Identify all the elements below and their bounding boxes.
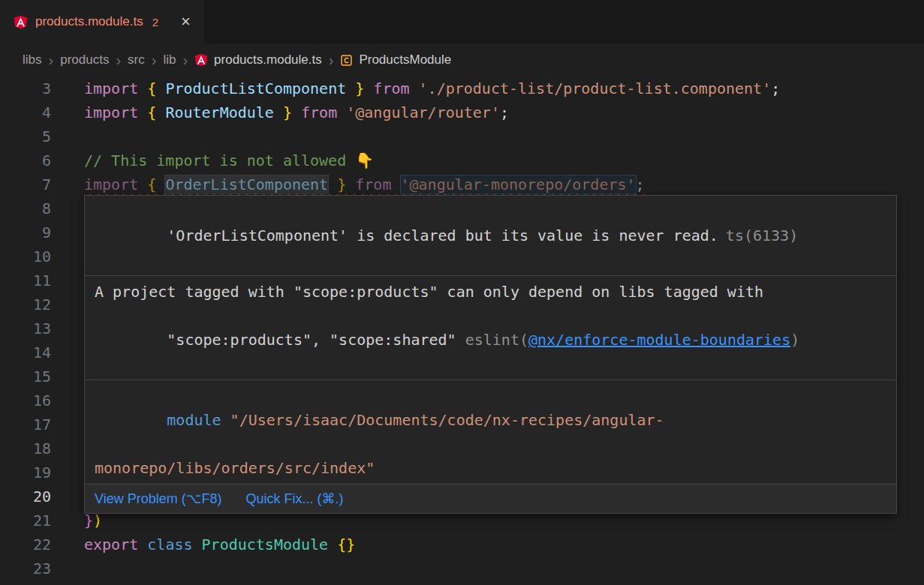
line-number: 17: [0, 412, 51, 436]
code-token: [410, 80, 419, 98]
line-content: // This import is not allowed 👇: [84, 148, 924, 172]
breadcrumb-item-symbol[interactable]: ProductsModule: [340, 52, 451, 68]
line-number: 5: [0, 124, 51, 148]
breadcrumb-item-src[interactable]: src: [128, 52, 145, 68]
angular-icon: [14, 15, 28, 29]
code-token: [138, 80, 147, 98]
code-token: [138, 536, 147, 554]
code-line-6[interactable]: 6// This import is not allowed 👇: [0, 148, 924, 172]
code-token: [337, 104, 346, 122]
code-token: import: [84, 176, 138, 194]
code-line-4[interactable]: 4import { RouterModule } from '@angular/…: [0, 100, 924, 124]
tab-bar: products.module.ts 2 ×: [0, 0, 924, 44]
line-number: 15: [0, 364, 51, 388]
line-content: import { ProductListComponent } from './…: [84, 76, 924, 100]
line-number: 13: [0, 316, 51, 340]
line-number: 16: [0, 388, 51, 412]
line-number: 7: [0, 172, 51, 196]
code-token: }: [355, 80, 364, 98]
line-number: 14: [0, 340, 51, 364]
code-token: }: [337, 176, 346, 194]
tab-title: products.module.ts: [35, 14, 143, 29]
code-token: ): [93, 512, 102, 530]
ts-message-code: ts(6133): [726, 226, 798, 244]
code-token: [346, 176, 355, 194]
code-token: [156, 176, 165, 194]
line-number: 6: [0, 148, 51, 172]
breadcrumb-label: src: [128, 52, 145, 68]
angular-icon: [194, 53, 208, 67]
code-token: // This import is not allowed: [84, 152, 355, 170]
symbol-class-icon: [340, 54, 353, 67]
code-token: [364, 80, 373, 98]
code-line-22[interactable]: 22export class ProductsModule {}: [0, 532, 924, 556]
breadcrumb-label: lib: [163, 52, 176, 68]
eslint-message-line1: A project tagged with "scope:products" c…: [95, 283, 763, 301]
line-content: export class ProductsModule {}: [84, 532, 924, 556]
line-number: 11: [0, 268, 51, 292]
hover-eslint-message: A project tagged with "scope:products" c…: [85, 275, 896, 380]
line-number: 22: [0, 532, 51, 556]
code-token: [156, 104, 165, 122]
eslint-rule-link[interactable]: @nx/enforce-module-boundaries: [528, 331, 790, 349]
chevron-right-icon: ›: [182, 52, 188, 68]
module-path-line1: "/Users/isaac/Documents/code/nx-recipes/…: [221, 411, 664, 429]
line-content: [84, 124, 924, 148]
code-token: ;: [500, 104, 509, 122]
code-token: [138, 176, 147, 194]
code-token: import: [84, 80, 138, 98]
chevron-right-icon: ›: [329, 52, 334, 68]
ts-message-text: 'OrderListComponent' is declared but its…: [167, 226, 718, 244]
breadcrumb-item-file[interactable]: products.module.ts: [194, 52, 322, 68]
code-line-7[interactable]: 7import { OrderListComponent } from '@an…: [0, 172, 924, 196]
editor: 3import { ProductListComponent } from '.…: [0, 76, 924, 580]
code-token: [391, 176, 400, 194]
code-token: '@angular-monorepo/orders': [401, 176, 636, 194]
line-number: 3: [0, 76, 51, 100]
code-token: [274, 104, 283, 122]
line-number: 12: [0, 292, 51, 316]
close-icon[interactable]: ×: [181, 14, 191, 30]
line-number: 20: [0, 484, 51, 508]
breadcrumb-item-libs[interactable]: libs: [23, 52, 42, 68]
code-token: [156, 80, 165, 98]
code-token: from: [373, 80, 409, 98]
code-token: {}: [337, 536, 355, 554]
code-token: {: [147, 176, 156, 194]
tab-products-module-ts[interactable]: products.module.ts 2 ×: [0, 0, 204, 44]
hover-status-bar: View Problem (⌥F8) Quick Fix... (⌘.): [85, 484, 896, 513]
breadcrumb-item-products[interactable]: products: [60, 52, 109, 68]
code-token: from: [355, 176, 391, 194]
code-token: 👇: [355, 152, 374, 170]
line-number: 8: [0, 196, 51, 220]
code-token: [328, 536, 337, 554]
line-number: 19: [0, 460, 51, 484]
eslint-source-suffix: ): [790, 331, 799, 349]
code-token: {: [147, 80, 156, 98]
code-token: from: [301, 104, 337, 122]
code-token: [346, 80, 355, 98]
code-line-23[interactable]: 23: [0, 556, 924, 580]
code-token: '@angular/router': [346, 104, 500, 122]
code-token: ProductListComponent: [165, 80, 346, 98]
line-content: import { OrderListComponent } from '@ang…: [84, 172, 924, 196]
line-content: [84, 556, 924, 580]
breadcrumb-label: libs: [23, 52, 42, 68]
line-number: 21: [0, 508, 51, 532]
code-token: export: [84, 536, 138, 554]
code-token: class: [147, 536, 192, 554]
chevron-right-icon: ›: [116, 52, 121, 68]
line-number: 10: [0, 244, 51, 268]
chevron-right-icon: ›: [49, 52, 54, 68]
breadcrumb: libs › products › src › lib › products.m…: [0, 44, 924, 76]
line-number: 23: [0, 556, 51, 580]
code-line-5[interactable]: 5: [0, 124, 924, 148]
eslint-message-line2: "scope:products", "scope:shared": [167, 331, 465, 349]
code-line-3[interactable]: 3import { ProductListComponent } from '.…: [0, 76, 924, 100]
line-number: 18: [0, 436, 51, 460]
quick-fix-action[interactable]: Quick Fix... (⌘.): [245, 490, 343, 507]
view-problem-action[interactable]: View Problem (⌥F8): [95, 490, 221, 507]
module-keyword: module: [167, 411, 221, 429]
breadcrumb-item-lib[interactable]: lib: [163, 52, 176, 68]
code-token: }: [84, 512, 93, 530]
